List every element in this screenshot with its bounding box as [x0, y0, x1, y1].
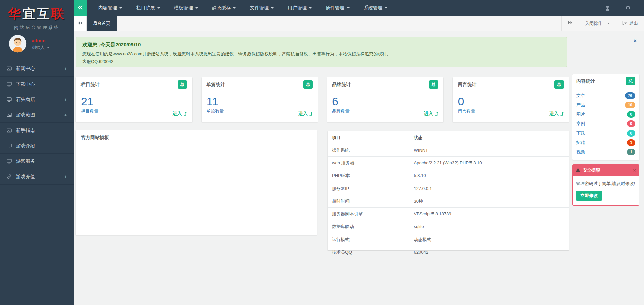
table-cell-item: PHP版本 — [328, 169, 410, 182]
tabs-scroll-left-button[interactable] — [74, 16, 87, 31]
table-cell-item: 技术员QQ — [328, 246, 410, 259]
total-badge-button[interactable]: 总 — [178, 80, 187, 89]
nav-item-label: 栏目扩展 — [136, 5, 155, 11]
sidebar-item-6[interactable]: 游戏介绍 — [0, 138, 74, 154]
table-header-row: 项目状态 — [328, 131, 569, 144]
nav-item-label: 文件管理 — [250, 5, 269, 11]
close-icon[interactable]: × — [634, 38, 637, 44]
count-badge: 0 — [627, 111, 635, 118]
content-stat-link[interactable]: 招聘 — [576, 140, 585, 146]
chevron-down-icon — [119, 7, 122, 9]
sidebar: 华宜互联 网站后台管理系统 admin 创始人 新闻中心+下载中心石头商店+游戏… — [0, 0, 74, 305]
nav-item-5[interactable]: 文件管理 — [243, 0, 281, 16]
content-stat-link[interactable]: 图片 — [576, 111, 585, 117]
count-badge: 1 — [627, 139, 635, 146]
level-up-icon — [435, 112, 438, 116]
content-stat-row-1: 文章76 — [572, 91, 639, 100]
site-template-panel-title: 官方网站模板 — [81, 135, 109, 141]
top-nav-menu: 内容管理栏目扩展模板管理静态缓存文件管理用户管理插件管理系统管理 — [87, 0, 394, 16]
nav-item-2[interactable]: 栏目扩展 — [129, 0, 167, 16]
table-cell-status: 620042 — [410, 246, 569, 259]
logout-button[interactable]: 退出 — [616, 16, 644, 31]
table-row: 操作系统WINNT — [328, 144, 569, 157]
sidebar-item-1[interactable]: 新闻中心+ — [0, 61, 74, 77]
table-cell-status: 30秒 — [410, 195, 569, 208]
welcome-message: 您现在使用的是www.uo28.com开源建站系统，欢迎您对本系统提出宝贵的建议… — [82, 51, 560, 57]
site-template-panel-header: 官方网站模板 — [76, 130, 317, 145]
content-stat-link[interactable]: 案例 — [576, 121, 585, 127]
nav-item-label: 内容管理 — [98, 5, 117, 11]
table-cell-item: 超时时间 — [328, 195, 410, 208]
nav-item-4[interactable]: 静态缓存 — [205, 0, 243, 16]
sidebar-item-8[interactable]: 游戏充值+ — [0, 169, 74, 185]
welcome-title: 欢迎您:,今天是2020/09/10 — [82, 42, 560, 48]
monitor-icon — [7, 97, 12, 102]
content-stat-link[interactable]: 视频 — [576, 149, 585, 155]
total-badge-button[interactable]: 总 — [303, 80, 313, 89]
tabs-scroll-right-button[interactable] — [561, 16, 579, 31]
fix-password-button[interactable]: 立即修改 — [576, 191, 602, 201]
sidebar-collapse-button[interactable] — [74, 0, 87, 16]
sidebar-item-4[interactable]: 游戏截图+ — [0, 107, 74, 123]
stat-card-1: 栏目统计总21栏目数量进入 — [76, 77, 192, 122]
content-stat-link[interactable]: 下载 — [576, 130, 585, 136]
total-badge-button[interactable]: 总 — [626, 77, 635, 85]
table-column-header: 项目 — [328, 131, 410, 144]
content-stat-link[interactable]: 文章 — [576, 93, 585, 99]
nav-item-label: 插件管理 — [326, 5, 344, 11]
sidebar-item-label: 游戏服务 — [16, 158, 35, 164]
total-badge-button[interactable]: 总 — [554, 80, 564, 89]
nav-item-8[interactable]: 系统管理 — [357, 0, 394, 16]
stat-card-body: 0留言数量进入 — [453, 92, 569, 122]
monitor-icon — [7, 82, 12, 87]
enter-link[interactable]: 进入 — [424, 111, 438, 117]
expand-plus-icon: + — [64, 97, 67, 102]
table-cell-status: Apache/2.2.21 (Win32) PHP/5.3.10 — [410, 157, 569, 169]
level-up-icon — [560, 112, 564, 116]
sidebar-item-7[interactable]: 游戏服务 — [0, 154, 74, 169]
stat-card-body: 6品牌数量进入 — [327, 92, 443, 122]
chevron-down-icon — [607, 23, 610, 24]
security-alert-header: 安全提醒 × — [572, 164, 639, 176]
security-alert-message: 管理密码过于简单,请及时修改! — [576, 181, 636, 187]
nav-item-1[interactable]: 内容管理 — [91, 0, 129, 16]
enter-link[interactable]: 进入 — [549, 111, 564, 117]
level-up-icon — [183, 112, 187, 116]
close-icon[interactable]: × — [633, 167, 636, 173]
table-cell-item: 数据库驱动 — [328, 220, 410, 233]
close-actions-dropdown[interactable]: 关闭操作 — [579, 16, 616, 31]
brand-logo-char: 互 — [37, 7, 51, 21]
chevron-down-icon — [271, 7, 274, 9]
content-stat-row-5: 下载0 — [572, 129, 639, 138]
hourglass-icon[interactable] — [605, 6, 610, 11]
user-profile[interactable]: admin 创始人 — [0, 31, 74, 57]
content-stat-link[interactable]: 产品 — [576, 102, 585, 108]
nav-item-7[interactable]: 插件管理 — [319, 0, 357, 16]
tab-bar: 后台首页 关闭操作 退出 — [74, 16, 644, 31]
total-badge-button[interactable]: 总 — [429, 80, 438, 89]
stat-card-label: 栏目数量 — [81, 108, 187, 114]
enter-link-label: 进入 — [173, 111, 182, 117]
enter-link[interactable]: 进入 — [173, 111, 187, 117]
stat-card-body: 21栏目数量进入 — [76, 92, 192, 122]
site-template-panel: 官方网站模板 — [76, 130, 317, 235]
nav-item-3[interactable]: 模板管理 — [167, 0, 205, 16]
expand-plus-icon: + — [64, 112, 67, 118]
enter-link[interactable]: 进入 — [298, 111, 313, 117]
content-stats-title: 内容统计 — [576, 78, 595, 84]
welcome-alert: 欢迎您:,今天是2020/09/10 您现在使用的是www.uo28.com开源… — [76, 37, 567, 67]
image-icon — [7, 66, 12, 71]
table-cell-status: 动态模式 — [410, 233, 569, 246]
chevron-down-icon — [233, 7, 236, 9]
nav-item-6[interactable]: 用户管理 — [281, 0, 319, 16]
sidebar-item-2[interactable]: 下载中心 — [0, 77, 74, 92]
chevron-down-icon — [385, 7, 387, 9]
bank-icon[interactable] — [625, 6, 631, 11]
sidebar-item-5[interactable]: 新手指南 — [0, 123, 74, 138]
user-role-dropdown[interactable]: 创始人 — [32, 45, 50, 51]
table-cell-status: 5.3.10 — [410, 169, 569, 182]
close-actions-label: 关闭操作 — [585, 20, 602, 27]
tab-home[interactable]: 后台首页 — [87, 16, 117, 31]
profile-texts: admin 创始人 — [32, 38, 50, 51]
sidebar-item-3[interactable]: 石头商店+ — [0, 92, 74, 107]
